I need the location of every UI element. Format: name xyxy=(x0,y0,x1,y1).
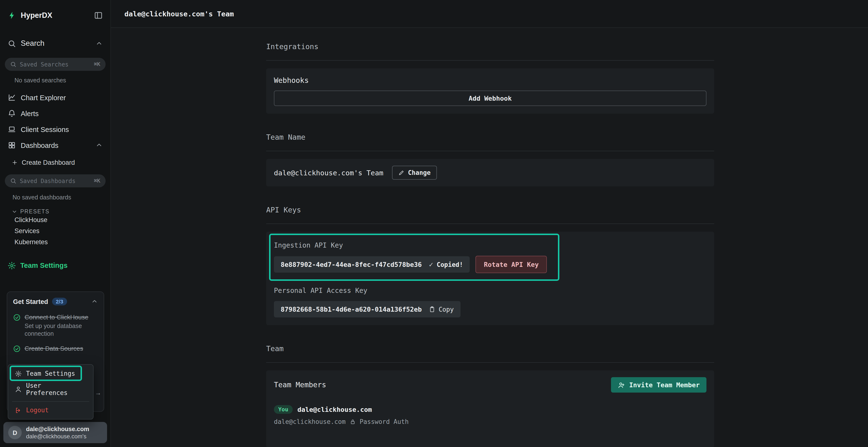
page-title: dale@clickhouse.com's Team xyxy=(124,10,234,18)
check-circle-icon xyxy=(13,314,21,321)
api-keys-heading: API Keys xyxy=(266,206,714,214)
copy-button[interactable]: Copy xyxy=(429,306,454,313)
get-started-item-title: Create Data Sources xyxy=(25,344,83,353)
chevron-up-icon[interactable] xyxy=(95,142,103,149)
team-members-title: Team Members xyxy=(274,381,326,389)
create-dashboard-label: Create Dashboard xyxy=(22,159,75,166)
laptop-icon xyxy=(8,125,16,133)
sidebar-item-alerts[interactable]: Alerts xyxy=(0,105,111,122)
menu-item-user-preferences[interactable]: User Preferences xyxy=(11,380,90,399)
member-email: dale@clickhouse.com xyxy=(274,418,345,425)
sidebar-collapse-icon[interactable] xyxy=(94,11,103,20)
plus-icon xyxy=(11,159,18,166)
saved-searches-input[interactable] xyxy=(20,61,91,68)
api-keys-card: Ingestion API Key 8e887902-4ed7-44ea-8fe… xyxy=(266,232,714,325)
menu-item-label: User Preferences xyxy=(26,382,86,397)
clipboard-icon xyxy=(429,306,435,313)
you-badge: You xyxy=(274,405,293,414)
chevron-up-icon[interactable] xyxy=(91,298,98,305)
grid-icon xyxy=(8,141,16,149)
nav-item-label: Alerts xyxy=(21,110,38,117)
saved-searches-input-wrap[interactable]: ⌘K xyxy=(5,58,105,71)
preset-item-services[interactable]: Services xyxy=(0,226,111,237)
change-team-name-button[interactable]: Change xyxy=(392,166,437,180)
saved-dashboards-input-wrap[interactable]: ⌘K xyxy=(5,174,105,187)
personal-api-key-value: 87982668-58b1-4d6e-a620-014a136f52eb xyxy=(281,305,422,313)
team-member-row: You dale@clickhouse.com xyxy=(274,405,707,414)
ingestion-api-key-value-pill[interactable]: 8e887902-4ed7-44ea-8fec-f47cd578be36 ✓ C… xyxy=(274,256,470,273)
shortcut-hint: ⌘K xyxy=(94,178,100,184)
personal-api-key-label: Personal API Access Key xyxy=(274,286,707,294)
person-plus-icon xyxy=(618,381,625,388)
get-started-item-connect[interactable]: Connect to ClickHouse Set up your databa… xyxy=(13,313,98,338)
menu-item-label: Team Settings xyxy=(26,370,75,377)
pencil-icon xyxy=(398,170,405,176)
team-members-card: Team Members Invite Team Member You dale… xyxy=(266,370,714,447)
sidebar-nav: Chart Explorer Alerts Client Sessions Da… xyxy=(0,90,111,153)
menu-divider xyxy=(12,401,89,402)
preset-item-clickhouse[interactable]: ClickHouse xyxy=(0,214,111,226)
team-settings-label: Team Settings xyxy=(20,262,67,269)
brand-row: HyperDX xyxy=(0,0,111,31)
avatar: D xyxy=(8,426,22,439)
chevron-down-icon xyxy=(11,209,18,214)
no-saved-searches-text: No saved searches xyxy=(14,77,111,84)
team-name-value: dale@clickhouse.com's Team xyxy=(274,169,383,176)
presets-toggle[interactable]: PRESETS xyxy=(11,209,111,214)
webhooks-title: Webhooks xyxy=(274,76,707,85)
lock-icon xyxy=(349,419,355,425)
sidebar-item-team-settings[interactable]: Team Settings xyxy=(0,258,111,273)
invite-team-member-button[interactable]: Invite Team Member xyxy=(611,377,707,392)
section-divider xyxy=(266,362,714,363)
account-menu-popup: Team Settings User Preferences Logout xyxy=(8,364,94,419)
user-name: dale@clickhouse.com xyxy=(26,425,89,433)
shortcut-hint: ⌘K xyxy=(94,61,100,67)
menu-item-logout[interactable]: Logout xyxy=(11,404,90,416)
main-header: dale@clickhouse.com's Team xyxy=(111,0,868,28)
preset-item-kubernetes[interactable]: Kubernetes xyxy=(0,237,111,248)
copied-label: Copied! xyxy=(437,261,463,268)
section-divider xyxy=(266,60,714,61)
get-started-header[interactable]: Get Started 2/3 xyxy=(13,298,98,305)
sidebar: HyperDX Search ⌘K No saved searches Char… xyxy=(0,0,111,447)
add-webhook-button[interactable]: Add Webhook xyxy=(274,91,707,106)
app-root: HyperDX Search ⌘K No saved searches Char… xyxy=(0,0,868,447)
nav-item-label: Chart Explorer xyxy=(21,94,66,101)
menu-item-team-settings[interactable]: Team Settings xyxy=(11,368,90,380)
search-icon xyxy=(10,61,17,67)
nav-item-label: Client Sessions xyxy=(21,126,69,133)
get-started-item-data-sources[interactable]: Create Data Sources xyxy=(13,344,98,353)
sidebar-item-client-sessions[interactable]: Client Sessions xyxy=(0,122,111,137)
menu-item-label: Logout xyxy=(26,407,49,414)
saved-dashboards-input[interactable] xyxy=(20,177,91,184)
get-started-title: Get Started xyxy=(13,298,48,305)
chevron-up-icon[interactable] xyxy=(95,40,103,47)
integrations-heading: Integrations xyxy=(266,42,714,51)
ingestion-api-key-label: Ingestion API Key xyxy=(274,241,707,249)
copy-label: Copy xyxy=(439,306,454,313)
create-dashboard-button[interactable]: Create Dashboard xyxy=(0,156,111,169)
hyperdx-logo-icon xyxy=(8,11,17,20)
check-circle-icon xyxy=(13,345,21,353)
check-icon: ✓ xyxy=(429,261,434,268)
personal-api-key-value-pill[interactable]: 87982668-58b1-4d6e-a620-014a136f52eb Cop… xyxy=(274,301,461,317)
nav-item-label: Dashboards xyxy=(21,141,58,149)
get-started-item-desc: Set up your database connection xyxy=(25,322,98,338)
rotate-api-key-button[interactable]: Rotate API Key xyxy=(476,256,547,273)
sidebar-item-dashboards[interactable]: Dashboards xyxy=(0,137,111,153)
copied-indicator: ✓ Copied! xyxy=(429,261,463,268)
user-team: dale@clickhouse.com's xyxy=(26,433,89,440)
user-account-row[interactable]: D dale@clickhouse.com dale@clickhouse.co… xyxy=(3,422,107,443)
search-icon xyxy=(8,39,16,47)
logout-icon xyxy=(15,407,22,414)
bell-icon xyxy=(8,109,16,117)
no-saved-dashboards-text: No saved dashboards xyxy=(12,194,111,201)
invite-button-label: Invite Team Member xyxy=(629,381,700,389)
search-icon xyxy=(10,178,17,184)
section-divider xyxy=(266,224,714,224)
chart-icon xyxy=(8,94,16,102)
webhooks-card: Webhooks Add Webhook xyxy=(266,68,714,114)
sidebar-item-chart-explorer[interactable]: Chart Explorer xyxy=(0,90,111,105)
member-name: dale@clickhouse.com xyxy=(298,406,372,413)
sidebar-section-search[interactable]: Search xyxy=(0,35,111,52)
